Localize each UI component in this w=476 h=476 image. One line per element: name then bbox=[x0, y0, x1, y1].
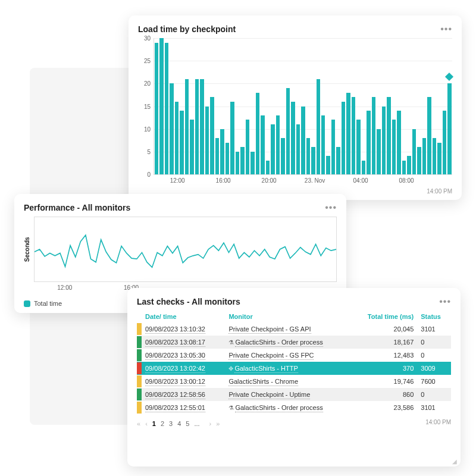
next-page-icon[interactable]: › bbox=[209, 420, 212, 427]
bar bbox=[220, 129, 224, 174]
y-tick: 10 bbox=[144, 126, 151, 132]
col-monitor[interactable]: Monitor bbox=[225, 311, 351, 322]
last-page-icon[interactable]: » bbox=[216, 420, 220, 427]
bar bbox=[281, 138, 284, 174]
y-axis: 051015202530 bbox=[139, 38, 153, 174]
status-cell: 3101 bbox=[417, 401, 451, 414]
bar bbox=[443, 111, 446, 174]
bar bbox=[346, 93, 350, 174]
legend-label: Total time bbox=[34, 300, 62, 307]
bar bbox=[180, 111, 183, 174]
monitor-cell[interactable]: Private Checkpoint - Uptime bbox=[228, 391, 310, 399]
page-link[interactable]: ... bbox=[194, 420, 199, 427]
status-cell: 0 bbox=[417, 336, 451, 349]
page-link[interactable]: 5 bbox=[186, 420, 189, 427]
monitor-cell[interactable]: Private Checkpoint - GS API bbox=[228, 325, 311, 334]
card-title: Load time by checkpoint bbox=[138, 24, 236, 34]
status-cell: 0 bbox=[417, 349, 451, 362]
bar bbox=[210, 97, 214, 174]
total-cell: 370 bbox=[351, 362, 417, 375]
bar bbox=[326, 156, 330, 174]
bar bbox=[286, 88, 290, 174]
bar bbox=[276, 115, 280, 174]
bar bbox=[261, 115, 264, 174]
table-row[interactable]: 09/08/2023 13:05:30Private Checkpoint - … bbox=[137, 349, 451, 362]
bar bbox=[427, 97, 431, 174]
page-link[interactable]: 1 bbox=[152, 420, 156, 427]
total-cell: 860 bbox=[351, 388, 417, 401]
card-title: Performance - All monitors bbox=[24, 203, 130, 212]
bar bbox=[195, 79, 199, 174]
bar bbox=[215, 138, 219, 174]
bar bbox=[331, 120, 335, 174]
x-tick: 12:00 bbox=[170, 177, 185, 184]
monitor-cell[interactable]: GalacticShirts - Order process bbox=[235, 339, 322, 347]
monitor-cell[interactable]: GalacticShirts - Chrome bbox=[228, 378, 298, 386]
prev-page-icon[interactable]: ‹ bbox=[145, 420, 148, 427]
bar bbox=[356, 120, 360, 174]
x-tick: 04:00 bbox=[353, 177, 368, 184]
col-status[interactable]: Status bbox=[417, 311, 451, 322]
first-page-icon[interactable]: « bbox=[137, 420, 140, 427]
bar bbox=[336, 147, 340, 174]
bar bbox=[185, 79, 189, 174]
page-link[interactable]: 2 bbox=[161, 420, 164, 427]
last-checks-card: Last checks - All monitors ••• Date/ tim… bbox=[127, 288, 461, 466]
status-indicator bbox=[137, 349, 142, 361]
flask-icon: ⚗ bbox=[228, 405, 234, 411]
bar bbox=[250, 152, 254, 174]
date-cell[interactable]: 09/08/2023 12:58:56 bbox=[145, 391, 205, 399]
date-cell[interactable]: 09/08/2023 13:08:17 bbox=[145, 339, 205, 347]
page-link[interactable]: 4 bbox=[177, 420, 181, 427]
bar bbox=[317, 79, 320, 174]
y-axis-label: Seconds bbox=[24, 217, 30, 282]
status-indicator bbox=[137, 402, 142, 414]
bar-chart: 051015202530 bbox=[154, 38, 452, 175]
bar bbox=[377, 129, 380, 174]
date-cell[interactable]: 09/08/2023 13:02:42 bbox=[145, 365, 205, 373]
bar bbox=[190, 120, 193, 174]
monitor-cell[interactable]: GalacticShirts - Order process bbox=[235, 404, 322, 412]
bar bbox=[236, 152, 239, 174]
bar bbox=[433, 138, 436, 174]
more-icon[interactable]: ••• bbox=[439, 296, 451, 307]
more-icon[interactable]: ••• bbox=[440, 24, 452, 35]
bar bbox=[170, 83, 173, 174]
page-link[interactable]: 3 bbox=[169, 420, 173, 427]
col-date[interactable]: Date/ time bbox=[142, 311, 225, 322]
bar bbox=[367, 111, 370, 174]
resize-handle-icon[interactable]: ◢ bbox=[452, 458, 458, 464]
bar bbox=[175, 102, 178, 174]
date-cell[interactable]: 09/08/2023 13:05:30 bbox=[145, 352, 205, 360]
table-row[interactable]: 09/08/2023 12:55:01⚗GalacticShirts - Ord… bbox=[137, 401, 451, 414]
bar bbox=[311, 147, 315, 174]
status-indicator bbox=[137, 389, 142, 400]
status-indicator bbox=[137, 323, 142, 335]
bar bbox=[387, 97, 390, 174]
date-cell[interactable]: 09/08/2023 13:10:32 bbox=[145, 325, 205, 334]
more-icon[interactable]: ••• bbox=[325, 202, 337, 213]
y-tick: 0 bbox=[147, 171, 151, 178]
bar bbox=[271, 124, 274, 174]
status-indicator bbox=[137, 362, 142, 374]
bar bbox=[165, 43, 168, 174]
bar bbox=[240, 147, 244, 174]
card-title: Last checks - All monitors bbox=[137, 297, 240, 306]
table-row[interactable]: 09/08/2023 13:00:12GalacticShirts - Chro… bbox=[137, 375, 451, 388]
bar bbox=[256, 93, 259, 174]
x-tick: 23. Nov bbox=[305, 177, 325, 184]
table-row[interactable]: 09/08/2023 13:10:32Private Checkpoint - … bbox=[137, 322, 451, 336]
table-row[interactable]: 09/08/2023 13:08:17⚗GalacticShirts - Ord… bbox=[137, 336, 451, 349]
table-row[interactable]: 09/08/2023 13:02:42✥GalacticShirts - HTT… bbox=[137, 362, 451, 375]
col-total[interactable]: Total time (ms) bbox=[351, 311, 417, 322]
x-axis: 12:0016:0020:0023. Nov04:0008:00 bbox=[154, 177, 452, 188]
monitor-cell[interactable]: GalacticShirts - HTTP bbox=[234, 365, 298, 373]
date-cell[interactable]: 09/08/2023 13:00:12 bbox=[145, 378, 205, 386]
bar bbox=[402, 161, 406, 174]
bar bbox=[362, 161, 365, 174]
status-cell: 0 bbox=[417, 388, 451, 401]
monitor-cell[interactable]: Private Checkpoint - GS FPC bbox=[228, 352, 314, 360]
date-cell[interactable]: 09/08/2023 12:55:01 bbox=[145, 404, 205, 412]
y-tick: 20 bbox=[144, 80, 151, 87]
table-row[interactable]: 09/08/2023 12:58:56Private Checkpoint - … bbox=[137, 388, 451, 401]
